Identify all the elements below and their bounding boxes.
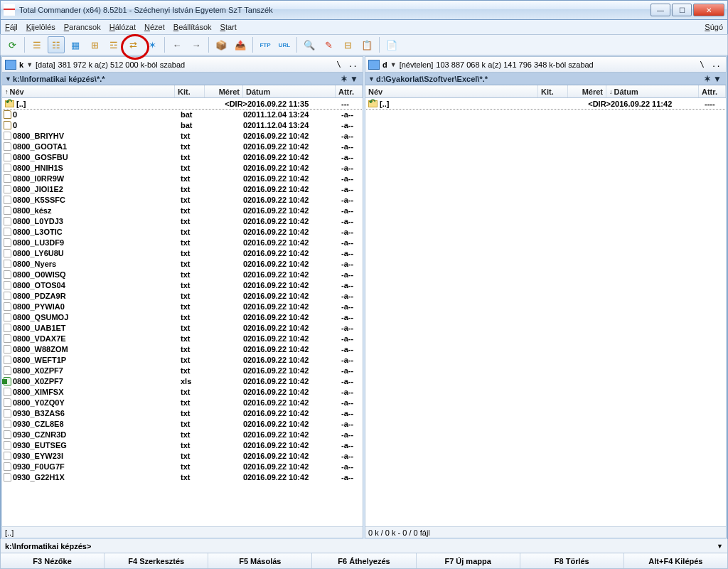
file-row[interactable]: 0800_HNIH1Stxt0 2016.09.22 10:42-a-- <box>2 162 363 173</box>
file-row[interactable]: [..]<DIR> 2016.09.22 11:42---- <box>365 98 726 109</box>
view-brief-icon[interactable]: ☰ <box>28 36 46 53</box>
file-row[interactable]: 0800_GOOTA1txt0 2016.09.22 10:42-a-- <box>2 141 363 151</box>
file-row[interactable]: 0800_UAB1ETtxt0 2016.09.22 10:42-a-- <box>2 322 363 333</box>
file-row[interactable]: 0800_JIOI1E2txt0 2016.09.22 10:42-a-- <box>2 184 363 194</box>
copy-names-icon[interactable]: 📋 <box>358 36 375 53</box>
search-icon[interactable]: 🔍 <box>301 36 318 53</box>
refresh-icon[interactable]: ⟳ <box>4 36 21 53</box>
fkey-button[interactable]: F8 Törlés <box>520 553 624 568</box>
syncdir-icon[interactable]: ⊟ <box>339 36 356 53</box>
ftp-icon[interactable]: FTP <box>257 36 274 53</box>
file-row[interactable]: 0800_L0YDJ3txt0 2016.09.22 10:42-a-- <box>2 216 363 226</box>
command-line[interactable]: k:\Informatikai képzés> ▼ <box>0 539 728 553</box>
fkey-button[interactable]: F6 Áthelyezés <box>312 553 416 568</box>
file-row[interactable]: 0800_I0RR9Wtxt0 2016.09.22 10:42-a-- <box>2 173 363 184</box>
file-row[interactable]: [..]<DIR> 2016.09.22 11:35--- <box>2 98 363 109</box>
file-row[interactable]: 0800_WEFT1Ptxt0 2016.09.22 10:42-a-- <box>2 354 363 365</box>
menu-select[interactable]: Kijelölés <box>26 23 55 31</box>
col-size[interactable]: Méret <box>205 85 243 97</box>
col-name[interactable]: Név <box>365 85 538 97</box>
left-path-bar[interactable]: ▼ k:\Informatikai képzés\*.* ✶ ▼ <box>2 73 363 85</box>
file-row[interactable]: 0bat0 2011.12.04 13:24-a-- <box>2 119 363 130</box>
left-file-list[interactable]: [..]<DIR> 2016.09.22 11:35---0bat0 2011.… <box>2 98 363 526</box>
dropdown-icon[interactable]: ▼ <box>26 61 33 68</box>
root-button[interactable]: \ <box>697 60 707 69</box>
file-row[interactable]: 0800_BRIYHVtxt0 2016.09.22 10:42-a-- <box>2 130 363 141</box>
close-button[interactable]: ✕ <box>693 4 724 16</box>
col-date[interactable]: Dátum <box>243 85 336 97</box>
menu-view[interactable]: Nézet <box>144 23 165 31</box>
fkey-button[interactable]: F3 Nézőke <box>1 553 105 568</box>
history-dropdown-icon[interactable]: ▼ <box>717 543 723 550</box>
unpack-icon[interactable]: 📤 <box>232 36 249 53</box>
parent-button[interactable]: .. <box>710 60 723 69</box>
view-full-icon[interactable]: ☷ <box>48 36 65 53</box>
root-button[interactable]: \ <box>334 60 343 69</box>
file-row[interactable]: 0800_XIMFSXtxt0 2016.09.22 10:42-a-- <box>2 386 363 397</box>
file-row[interactable]: 0930_CZL8E8txt0 2016.09.22 10:42-a-- <box>2 418 363 429</box>
col-attr[interactable]: Attr. <box>336 85 363 97</box>
file-row[interactable]: 0800_PYWIA0txt0 2016.09.22 10:42-a-- <box>2 301 363 312</box>
command-input[interactable] <box>94 542 717 551</box>
file-row[interactable]: 0800_Y0ZQ0Ytxt0 2016.09.22 10:42-a-- <box>2 397 363 408</box>
file-row[interactable]: 0800_K5SSFCtxt0 2016.09.22 10:42-a-- <box>2 194 363 205</box>
url-icon[interactable]: URL <box>276 36 293 53</box>
file-row[interactable]: 0800_LU3DF9txt0 2016.09.22 10:42-a-- <box>2 237 363 248</box>
view-all-icon[interactable]: ☲ <box>105 36 122 53</box>
favorites-icon[interactable]: ✶ ▼ <box>339 74 360 84</box>
col-attr[interactable]: Attr. <box>699 85 726 97</box>
sync-dirs-icon[interactable]: ⇄ <box>124 36 141 53</box>
left-drive-bar[interactable]: k ▼ [data] 381 972 k a(z) 512 000 k-ból … <box>2 57 363 73</box>
titlebar[interactable]: Total Commander (x64) 8.52b1 - Széchenyi… <box>0 0 728 20</box>
menu-settings[interactable]: Beállítások <box>173 23 212 31</box>
right-path-bar[interactable]: ▼ d:\Gyakorlat\Szoftver\Excel\*.* ✶ ▼ <box>365 73 726 85</box>
file-row[interactable]: 0800_W88ZOMtxt0 2016.09.22 10:42-a-- <box>2 344 363 354</box>
file-row[interactable]: 0930_F0UG7Ftxt0 2016.09.22 10:42-a-- <box>2 461 363 472</box>
fkey-button[interactable]: F5 Másolás <box>208 553 312 568</box>
multirename-icon[interactable]: ✎ <box>320 36 337 53</box>
dropdown-icon[interactable]: ▼ <box>390 61 397 68</box>
file-row[interactable]: 0800_OTOS04txt0 2016.09.22 10:42-a-- <box>2 280 363 290</box>
right-file-list[interactable]: [..]<DIR> 2016.09.22 11:42---- <box>365 98 726 526</box>
file-row[interactable]: 0800_X0ZPF7txt0 2016.09.22 10:42-a-- <box>2 365 363 376</box>
file-row[interactable]: 0800_késztxt0 2016.09.22 10:42-a-- <box>2 205 363 216</box>
dropdown-icon[interactable]: ▼ <box>368 75 375 83</box>
file-row[interactable]: 0930_EUTSEGtxt0 2016.09.22 10:42-a-- <box>2 440 363 450</box>
col-name[interactable]: ↑Név <box>2 85 175 97</box>
col-size[interactable]: Méret <box>568 85 606 97</box>
forward-icon[interactable]: → <box>188 36 205 53</box>
menu-commands[interactable]: Parancsok <box>64 23 101 31</box>
minimize-button[interactable]: — <box>651 4 670 16</box>
menu-start[interactable]: Start <box>220 23 237 31</box>
file-row[interactable]: 0800_O0WISQtxt0 2016.09.22 10:42-a-- <box>2 269 363 280</box>
file-row[interactable]: 0800_X0ZPF7xls0 2016.09.22 10:42-a-- <box>2 376 363 386</box>
file-row[interactable]: 0930_G22H1Xtxt0 2016.09.22 10:42-a-- <box>2 472 363 482</box>
notepad-icon[interactable]: 📄 <box>383 36 400 53</box>
file-row[interactable]: 0800_GOSFBUtxt0 2016.09.22 10:42-a-- <box>2 151 363 162</box>
pack-icon[interactable]: 📦 <box>213 36 230 53</box>
parent-button[interactable]: .. <box>346 60 360 69</box>
right-drive-bar[interactable]: d ▼ [névtelen] 103 887 068 k a(z) 141 79… <box>365 57 726 73</box>
file-row[interactable]: 0800_VDAX7Etxt0 2016.09.22 10:42-a-- <box>2 333 363 344</box>
file-row[interactable]: 0800_Nyerstxt0 2016.09.22 10:42-a-- <box>2 258 363 269</box>
menu-file[interactable]: Fájl <box>5 23 18 31</box>
menu-help[interactable]: Súgó <box>705 23 723 31</box>
file-row[interactable]: 0800_LY6U8Utxt0 2016.09.22 10:42-a-- <box>2 248 363 258</box>
col-ext[interactable]: Kit. <box>538 85 568 97</box>
file-row[interactable]: 0800_QSUMOJtxt0 2016.09.22 10:42-a-- <box>2 312 363 322</box>
col-ext[interactable]: Kit. <box>175 85 205 97</box>
tree-icon[interactable]: ⊞ <box>86 36 103 53</box>
file-row[interactable]: 0930_CZNR3Dtxt0 2016.09.22 10:42-a-- <box>2 429 363 440</box>
fkey-button[interactable]: Alt+F4 Kilépés <box>624 553 727 568</box>
back-icon[interactable]: ← <box>168 36 186 53</box>
menu-network[interactable]: Hálózat <box>109 23 136 31</box>
view-thumbs-icon[interactable]: ▦ <box>67 36 84 53</box>
maximize-button[interactable]: ☐ <box>672 4 692 16</box>
file-row[interactable]: 0930_B3ZAS6txt0 2016.09.22 10:42-a-- <box>2 408 363 418</box>
col-date[interactable]: ↓Dátum <box>606 85 699 97</box>
fkey-button[interactable]: F7 Új mappa <box>417 553 520 568</box>
fkey-button[interactable]: F4 Szerkesztés <box>105 553 208 568</box>
file-row[interactable]: 0930_EYW23Itxt0 2016.09.22 10:42-a-- <box>2 450 363 461</box>
file-row[interactable]: 0bat0 2011.12.04 13:24-a-- <box>2 109 363 119</box>
dropdown-icon[interactable]: ▼ <box>5 75 11 83</box>
